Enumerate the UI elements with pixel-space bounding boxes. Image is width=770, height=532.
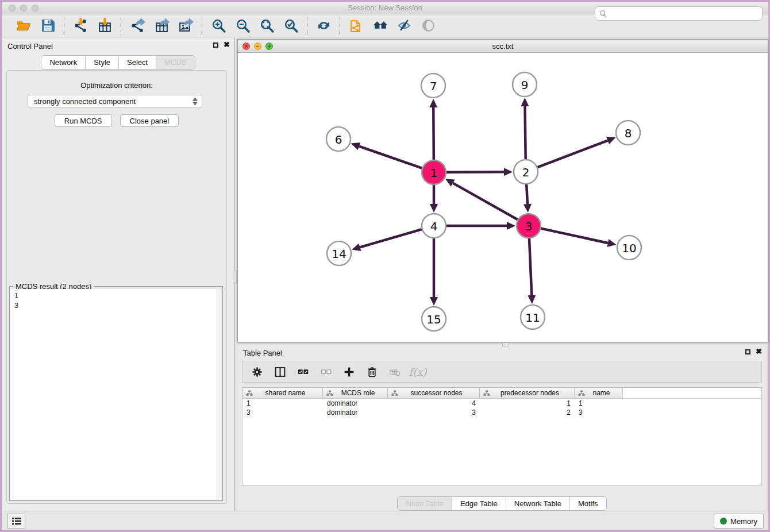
settings-icon (251, 366, 263, 378)
mcds-result-list[interactable]: 13 (10, 289, 222, 500)
open-session-button[interactable] (14, 17, 33, 34)
zoom-out-icon (235, 18, 251, 33)
graph-node-label-15: 15 (426, 313, 441, 326)
run-mcds-button[interactable]: Run MCDS (55, 114, 112, 127)
column-header-predecessor-nodes[interactable]: predecessor nodes (480, 388, 575, 398)
float-table-panel-icon[interactable] (745, 349, 750, 354)
tab-network-table[interactable]: Network Table (506, 497, 570, 510)
table-cell: 1 (575, 399, 623, 408)
import-table-button[interactable] (95, 17, 114, 34)
column-header-name[interactable]: name (575, 388, 623, 398)
delete-table-icon (389, 366, 401, 378)
add-column-button[interactable] (341, 364, 356, 379)
task-history-button[interactable] (7, 514, 25, 529)
column-header-shared-name[interactable]: shared name (242, 388, 323, 398)
zoom-selected-button[interactable] (282, 17, 300, 34)
float-panel-icon[interactable] (213, 43, 218, 48)
clone-network-button[interactable] (347, 17, 365, 34)
edge-3-11[interactable] (529, 238, 532, 295)
table-row[interactable]: 1dominator411 (242, 399, 761, 408)
delete-column-button[interactable] (364, 364, 379, 379)
mcds-result-node: 3 (14, 300, 218, 310)
tab-select[interactable]: Select (119, 56, 156, 69)
panel-splitter-handle[interactable] (233, 271, 237, 283)
table-row[interactable]: 3dominator323 (242, 408, 761, 417)
column-header-MCDS-role[interactable]: MCDS role (323, 388, 388, 398)
tab-motifs[interactable]: Motifs (570, 497, 606, 510)
control-panel: Control Panel ✖ NetworkStyleSelectMCDS O… (2, 38, 235, 511)
refresh-button[interactable] (314, 17, 333, 34)
column-hierarchy-icon (326, 390, 333, 396)
edge-1-7[interactable] (433, 107, 434, 160)
table-panel-title: Table Panel (243, 349, 282, 357)
close-table-panel-icon[interactable]: ✖ (756, 349, 762, 354)
table-cell: 3 (242, 408, 323, 417)
hide-selected-button[interactable] (395, 17, 414, 34)
graph-node-label-11: 11 (525, 311, 540, 325)
edge-2-3[interactable] (526, 184, 528, 204)
settings-button[interactable] (249, 364, 264, 379)
edge-1-6[interactable] (359, 147, 422, 168)
add-column-icon (343, 366, 355, 378)
edge-arrow-2-3 (523, 204, 532, 213)
split-view-button[interactable] (272, 364, 287, 379)
edge-3-10[interactable] (541, 229, 607, 243)
edge-2-9[interactable] (525, 106, 526, 159)
table-cell: 1 (242, 399, 323, 408)
memory-status-icon (720, 518, 727, 525)
network-window-titlebar[interactable]: × − + scc.txt (238, 40, 768, 53)
import-network-button[interactable] (71, 17, 90, 34)
export-table-button[interactable] (152, 17, 171, 34)
show-all-button[interactable] (419, 17, 438, 34)
tab-edge-table[interactable]: Edge Table (452, 497, 506, 510)
zoom-in-button[interactable] (209, 17, 228, 34)
network-file-title: scc.txt (238, 42, 768, 51)
edge-4-14[interactable] (360, 229, 421, 247)
edge-arrow-4-14 (352, 244, 361, 251)
column-header-successor-nodes[interactable]: successor nodes (388, 388, 480, 398)
zoom-fit-button[interactable] (257, 17, 276, 34)
edge-1-2[interactable] (446, 172, 504, 172)
zoom-out-button[interactable] (233, 17, 252, 34)
criterion-value: strongly connected component (34, 97, 136, 106)
application-window: Session: New Session Control Panel ✖ Net… (2, 2, 768, 530)
close-panel-button[interactable]: Close panel (120, 114, 179, 127)
status-bar: Memory (2, 511, 768, 530)
export-network-button[interactable] (128, 17, 147, 34)
export-image-button[interactable] (176, 17, 195, 34)
network-graph[interactable]: 1234678910111415 (238, 53, 768, 342)
close-panel-icon[interactable]: ✖ (224, 42, 230, 48)
criterion-select[interactable]: strongly connected component (28, 95, 202, 107)
mcds-result-group: MCDS result (2 nodes) 13 (9, 286, 223, 501)
edge-3-1[interactable] (453, 183, 518, 220)
table-cell: 2 (480, 408, 575, 417)
save-session-button[interactable] (38, 17, 57, 34)
table-cell: 3 (575, 408, 623, 417)
tab-style[interactable]: Style (86, 56, 119, 69)
memory-button[interactable]: Memory (714, 514, 764, 529)
tab-node-table[interactable]: Node Table (398, 497, 452, 510)
delete-table-button[interactable] (387, 364, 402, 379)
edge-arrow-4-15 (430, 297, 438, 306)
clone-network-icon (349, 18, 364, 33)
edge-arrow-3-10 (607, 239, 616, 247)
network-canvas[interactable]: 1234678910111415 (238, 53, 768, 342)
table-header-row: shared nameMCDS rolesuccessor nodesprede… (242, 388, 761, 399)
search-box[interactable] (595, 6, 763, 21)
delete-column-icon (366, 366, 378, 378)
select-all-button[interactable] (295, 364, 310, 379)
result-scrollbar[interactable] (217, 289, 222, 500)
edge-arrow-3-11 (528, 295, 536, 304)
tab-network[interactable]: Network (41, 56, 86, 69)
table-cell: 3 (388, 408, 480, 417)
function-builder-button[interactable]: f(x) (410, 364, 425, 379)
table-body: 1dominator4113dominator323 (242, 399, 761, 417)
first-neighbors-button[interactable] (371, 17, 390, 34)
deselect-all-button[interactable] (318, 364, 333, 379)
search-input[interactable] (607, 8, 762, 20)
graph-node-label-7: 7 (430, 79, 437, 93)
tab-mcds[interactable]: MCDS (156, 56, 194, 69)
edge-2-8[interactable] (538, 141, 608, 168)
zoom-fit-icon (259, 18, 275, 33)
graph-node-label-14: 14 (332, 247, 346, 261)
